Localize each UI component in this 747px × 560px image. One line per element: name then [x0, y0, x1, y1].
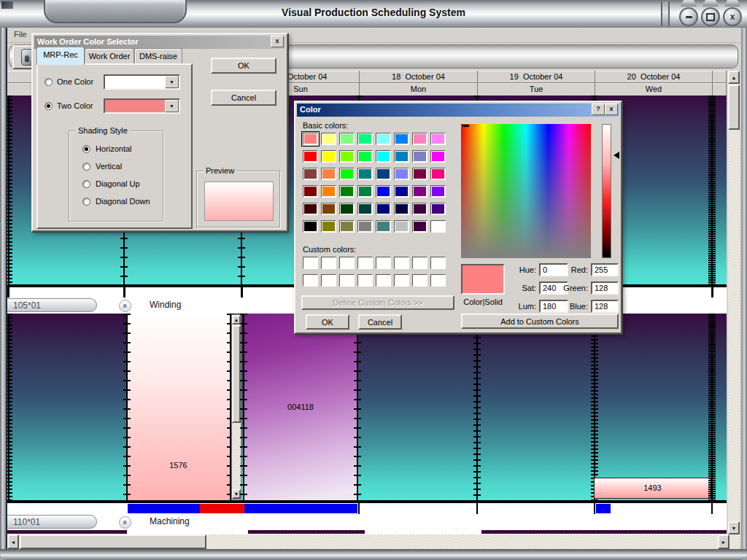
load-segment[interactable]: [200, 504, 244, 513]
basic-color-swatch[interactable]: [412, 220, 427, 233]
custom-color-swatch[interactable]: [339, 257, 355, 269]
basic-color-swatch[interactable]: [394, 220, 409, 233]
two-color-dropdown[interactable]: ▼: [104, 98, 180, 114]
define-custom-colors-button[interactable]: Define Custom Colors >>: [301, 295, 454, 310]
cancel-button[interactable]: Cancel: [211, 90, 276, 106]
shading-vertical-radio[interactable]: [82, 163, 90, 171]
dropdown-arrow-icon[interactable]: ▼: [165, 100, 179, 112]
basic-color-swatch[interactable]: [430, 185, 446, 198]
two-color-radio[interactable]: [44, 102, 53, 110]
basic-color-swatch[interactable]: [321, 168, 336, 180]
maximize-button[interactable]: [701, 7, 720, 26]
cancel-button[interactable]: Cancel: [358, 314, 402, 330]
red-input[interactable]: 255: [591, 263, 619, 276]
basic-color-swatch[interactable]: [376, 220, 391, 233]
shading-horizontal-radio[interactable]: [82, 145, 90, 153]
luminance-slider-arrow[interactable]: [614, 152, 619, 159]
basic-color-swatch[interactable]: [303, 168, 318, 180]
basic-color-swatch[interactable]: [339, 185, 355, 198]
basic-color-swatch[interactable]: [412, 133, 427, 145]
scrollbar-thumb[interactable]: [728, 85, 740, 130]
custom-color-swatch[interactable]: [339, 274, 355, 287]
custom-color-swatch[interactable]: [303, 257, 318, 269]
basic-color-swatch[interactable]: [430, 133, 446, 145]
custom-color-swatch[interactable]: [376, 274, 391, 287]
collapse-icon[interactable]: «: [119, 516, 131, 529]
basic-color-swatch[interactable]: [394, 185, 409, 198]
green-input[interactable]: 128: [591, 281, 619, 295]
window-titlebar[interactable]: Visual Production Scheduling System x: [0, 0, 747, 29]
basic-color-swatch[interactable]: [376, 150, 391, 163]
custom-color-swatch[interactable]: [321, 274, 336, 287]
basic-color-swatch[interactable]: [303, 185, 318, 198]
hue-saturation-field[interactable]: [461, 124, 591, 258]
basic-color-swatch[interactable]: [412, 168, 427, 180]
custom-color-swatch[interactable]: [376, 257, 391, 269]
basic-color-swatch[interactable]: [357, 168, 373, 180]
dialog-titlebar[interactable]: Color: [297, 104, 619, 117]
basic-color-swatch[interactable]: [412, 185, 427, 198]
custom-color-swatch[interactable]: [412, 274, 427, 287]
basic-color-swatch[interactable]: [321, 185, 336, 198]
basic-color-swatch[interactable]: [321, 133, 336, 145]
vertical-scrollbar[interactable]: ▲ ▼: [728, 71, 740, 534]
work-order-bar[interactable]: 1576: [126, 314, 231, 500]
basic-color-swatch[interactable]: [412, 203, 427, 215]
menu-file[interactable]: File: [7, 28, 34, 41]
dialog-close-button[interactable]: x: [271, 36, 284, 47]
basic-color-swatch[interactable]: [303, 133, 318, 145]
luminance-bar[interactable]: [602, 124, 611, 258]
resource-id-button[interactable]: 110*01: [7, 515, 97, 529]
scroll-down-button[interactable]: ▼: [728, 521, 740, 534]
scroll-right-button[interactable]: ►: [718, 534, 729, 549]
minimize-button[interactable]: [679, 7, 698, 26]
load-segment[interactable]: [596, 504, 611, 513]
basic-color-swatch[interactable]: [357, 150, 373, 163]
custom-color-swatch[interactable]: [303, 274, 318, 287]
basic-color-swatch[interactable]: [376, 185, 391, 198]
basic-color-swatch[interactable]: [357, 220, 373, 233]
basic-color-swatch[interactable]: [376, 168, 391, 180]
custom-color-swatch[interactable]: [394, 257, 409, 269]
basic-color-swatch[interactable]: [357, 133, 373, 145]
custom-color-swatch[interactable]: [321, 257, 336, 269]
basic-color-swatch[interactable]: [357, 185, 373, 198]
basic-color-swatch[interactable]: [394, 203, 409, 215]
custom-color-swatch[interactable]: [394, 274, 409, 287]
add-to-custom-colors-button[interactable]: Add to Custom Colors: [461, 314, 619, 329]
basic-color-swatch[interactable]: [376, 133, 391, 145]
tab-mrp-rec[interactable]: MRP-Rec: [36, 47, 85, 65]
basic-color-swatch[interactable]: [339, 150, 355, 163]
dialog-help-button[interactable]: ?: [592, 104, 605, 115]
basic-color-swatch[interactable]: [430, 203, 446, 215]
custom-color-swatch[interactable]: [412, 257, 427, 269]
dropdown-arrow-icon[interactable]: ▼: [165, 76, 179, 88]
custom-color-swatch[interactable]: [357, 257, 373, 269]
basic-color-swatch[interactable]: [303, 220, 318, 233]
shading-diagonal-up-radio[interactable]: [82, 180, 90, 188]
scroll-up-button[interactable]: ▲: [728, 71, 740, 84]
basic-color-swatch[interactable]: [339, 133, 355, 145]
dialog-close-button[interactable]: x: [605, 104, 618, 115]
basic-color-swatch[interactable]: [430, 168, 446, 180]
basic-color-swatch[interactable]: [357, 203, 373, 215]
basic-color-swatch[interactable]: [303, 150, 318, 163]
custom-color-swatch[interactable]: [430, 274, 446, 287]
basic-color-swatch[interactable]: [339, 203, 355, 215]
tab-work-order[interactable]: Work Order: [85, 48, 134, 64]
scroll-left-button[interactable]: ◄: [7, 534, 19, 549]
ok-button[interactable]: OK: [211, 58, 276, 74]
custom-color-swatch[interactable]: [357, 274, 373, 287]
one-color-dropdown[interactable]: ▼: [104, 74, 180, 90]
basic-color-swatch[interactable]: [303, 203, 318, 215]
basic-color-swatch[interactable]: [339, 220, 355, 233]
close-button[interactable]: x: [723, 7, 742, 26]
basic-color-swatch[interactable]: [412, 150, 427, 163]
tab-dms-raise[interactable]: DMS-raise: [134, 48, 182, 64]
horizontal-scrollbar[interactable]: ◄ ►: [7, 534, 740, 549]
collapse-icon[interactable]: «: [119, 300, 131, 312]
load-segment[interactable]: [128, 504, 200, 513]
basic-color-swatch[interactable]: [430, 220, 446, 233]
basic-color-swatch[interactable]: [430, 150, 446, 163]
work-order-bar[interactable]: 1493: [594, 478, 711, 499]
